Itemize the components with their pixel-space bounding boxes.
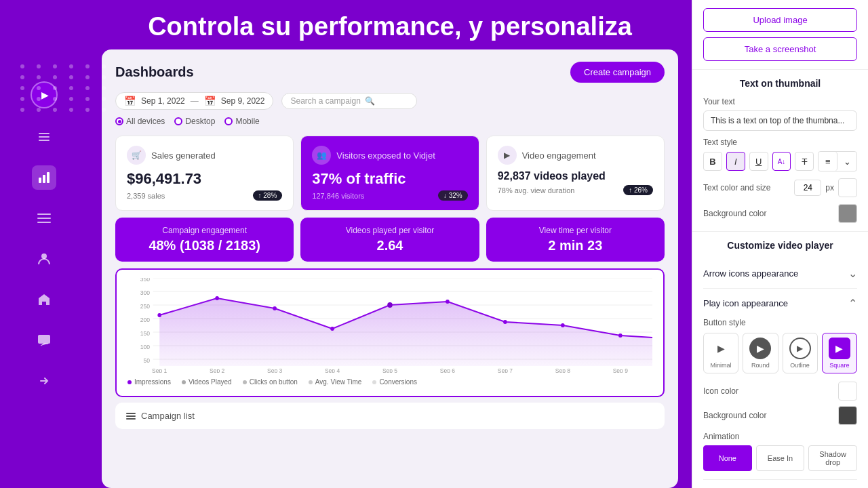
font-size-input[interactable] — [794, 180, 821, 196]
style-minimal[interactable]: ▶ Minimal — [703, 333, 738, 373]
upload-image-button[interactable]: Upload image — [703, 8, 857, 32]
filter-desktop[interactable]: Desktop — [174, 117, 215, 126]
text-style-label: Text style — [703, 138, 857, 147]
anim-none-button[interactable]: None — [703, 445, 752, 471]
bg-color-picker[interactable] — [838, 204, 857, 223]
date-end: Sep 9, 2022 — [221, 96, 265, 106]
icon-color-picker[interactable] — [838, 382, 857, 401]
play-bg-color-picker[interactable] — [838, 406, 857, 425]
svg-text:Sep 5: Sep 5 — [382, 367, 397, 373]
customize-section-title: Customize video player — [703, 240, 857, 251]
your-text-label: Your text — [703, 97, 857, 106]
svg-rect-3 — [37, 214, 51, 215]
text-color-picker[interactable] — [838, 178, 857, 197]
sidebar-icon-menu[interactable] — [32, 206, 56, 230]
date-separator: — — [191, 96, 199, 106]
chart-container: 350 300 250 200 150 100 50 — [115, 268, 665, 397]
dot-decoration — [20, 64, 111, 112]
campaign-list[interactable]: Campaign list — [115, 403, 665, 429]
play-bg-color-label: Background color — [703, 411, 834, 420]
alignment-group: ≡ ⌄ — [818, 151, 857, 171]
svg-text:Sep 1: Sep 1 — [152, 367, 167, 373]
svg-text:Sep 2: Sep 2 — [210, 367, 224, 373]
svg-point-27 — [446, 300, 450, 304]
search-campaign-box[interactable]: Search a campaign 🔍 — [281, 93, 417, 109]
svg-text:300: 300 — [140, 289, 150, 296]
customize-section: Customize video player Arrow icons appea… — [692, 232, 868, 488]
svg-point-24 — [273, 306, 277, 310]
legend-viewtime: Avg. View Time — [309, 378, 362, 386]
thumbnail-text-input[interactable] — [703, 110, 857, 131]
stat-card-visitors: 👥 Visitors exposed to Vidjet 37% of traf… — [300, 136, 479, 211]
filter-all-devices[interactable]: All devices — [115, 117, 165, 126]
strikethrough-button[interactable]: T — [795, 152, 814, 171]
animation-label: Animation — [703, 432, 857, 441]
filter-mobile[interactable]: Mobile — [224, 117, 259, 126]
underline-button[interactable]: U — [749, 152, 768, 171]
search-placeholder: Search a campaign — [290, 96, 360, 106]
play-icon-header[interactable]: Play icon appearance ⌃ — [703, 289, 857, 318]
minimal-label: Minimal — [711, 362, 732, 369]
italic-button[interactable]: I — [726, 152, 745, 171]
round-play-preview: ▶ — [749, 338, 771, 359]
square-label: Square — [829, 362, 849, 369]
metric-value-engagement: 48% (1038 / 2183) — [126, 238, 283, 253]
take-screenshot-button[interactable]: Take a screenshot — [703, 37, 857, 61]
style-round[interactable]: ▶ Round — [743, 333, 778, 373]
create-campaign-button[interactable]: Create campaign — [570, 62, 665, 83]
align-option[interactable]: ≡ — [818, 152, 837, 171]
sales-value: $96,491.73 — [127, 170, 282, 188]
svg-point-6 — [41, 253, 47, 259]
hero-title: Controla su performance, y personaliza — [102, 0, 678, 49]
align-left-button[interactable]: A↓ — [772, 152, 791, 171]
svg-text:Sep 9: Sep 9 — [613, 367, 628, 373]
arrow-icons-accordion: Arrow icons appearance ⌄ — [703, 259, 857, 289]
round-label: Round — [751, 362, 770, 369]
bg-color-row: Background color — [703, 204, 857, 223]
sales-icon: 🛒 — [127, 146, 146, 165]
sales-badge: ↑ 28% — [253, 190, 283, 201]
engagement-sub: 78% avg. view duration ↑ 26% — [498, 185, 653, 195]
svg-rect-40 — [126, 413, 136, 414]
outline-label: Outline — [790, 362, 810, 369]
campaign-list-label: Campaign list — [141, 411, 195, 421]
metric-value-viewtime: 2 min 23 — [497, 238, 654, 253]
style-outline[interactable]: ▶ Outline — [783, 333, 818, 373]
legend-videos: Videos Played — [182, 378, 232, 386]
align-chevron[interactable]: ⌄ — [837, 152, 856, 171]
style-square[interactable]: ▶ Square — [822, 333, 857, 373]
radio-desktop — [174, 117, 182, 125]
date-range-picker[interactable]: 📅 Sep 1, 2022 — 📅 Sep 9, 2022 — [115, 92, 273, 110]
anim-easein-button[interactable]: Ease In — [756, 445, 805, 471]
visitors-value: 37% of traffic — [312, 170, 467, 188]
sidebar-icon-chart[interactable] — [32, 165, 56, 190]
sidebar-icon-arrow[interactable] — [32, 369, 56, 393]
sidebar-icon-bars[interactable] — [32, 125, 56, 149]
metric-label-engagement: Campaign engagement — [126, 226, 283, 235]
bold-button[interactable]: B — [703, 152, 722, 171]
arrow-icons-label: Arrow icons appearance — [703, 268, 798, 279]
metric-card-engagement: Campaign engagement 48% (1038 / 2183) — [115, 218, 294, 262]
sidebar-icon-chat[interactable] — [32, 328, 56, 352]
anim-shadow-button[interactable]: Shadow drop — [808, 445, 857, 471]
icon-color-row: Icon color — [703, 382, 857, 401]
metric-label-viewtime: View time per visitor — [497, 226, 654, 235]
stat-header-sales: 🛒 Sales generated — [127, 146, 282, 165]
svg-text:Sep 7: Sep 7 — [498, 367, 513, 373]
svg-text:Sep 3: Sep 3 — [267, 367, 282, 373]
legend-dot-conversions — [372, 380, 376, 384]
animation-section: Animation None Ease In Shadow drop — [703, 432, 857, 471]
legend-dot-viewtime — [309, 380, 313, 384]
svg-text:350: 350 — [140, 278, 150, 283]
main-area: Controla su performance, y personaliza D… — [88, 0, 692, 488]
thumbnail-text-section: Text on thumbnail Your text Text style B… — [692, 70, 868, 232]
sidebar-icon-person[interactable] — [32, 247, 56, 271]
arrow-icons-header[interactable]: Arrow icons appearance ⌄ — [703, 259, 857, 288]
thumbnail-section-title: Text on thumbnail — [703, 78, 857, 89]
svg-point-28 — [503, 320, 507, 324]
legend-clicks: Clicks on button — [243, 378, 298, 386]
sidebar-icon-home[interactable] — [32, 287, 56, 312]
svg-text:150: 150 — [140, 330, 150, 337]
text-style-controls: B I U A↓ T ≡ ⌄ — [703, 151, 857, 171]
chart-svg: 350 300 250 200 150 100 50 — [127, 278, 652, 373]
